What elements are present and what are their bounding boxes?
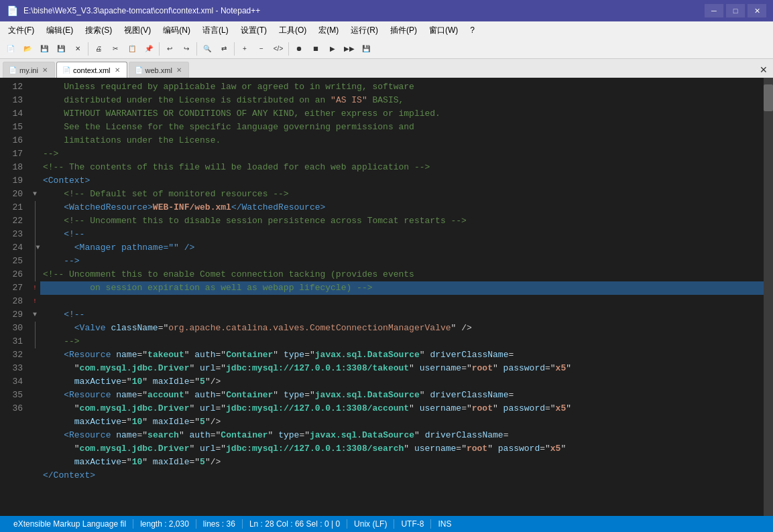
tb-new[interactable]: 📄	[3, 41, 19, 57]
menu-file[interactable]: 文件(F)	[3, 23, 40, 38]
scrollbar-thumb[interactable]	[764, 84, 773, 111]
line-num-29: 29	[0, 308, 23, 322]
tb-stop[interactable]: ⏹	[308, 41, 324, 57]
menu-settings[interactable]: 设置(T)	[235, 23, 272, 38]
tab-webxml[interactable]: 📄 web.xml ✕	[129, 62, 189, 78]
menu-edit[interactable]: 编辑(E)	[41, 23, 78, 38]
line-num-20: 20	[0, 188, 23, 201]
fold-29[interactable]: ▼	[29, 308, 40, 322]
menu-tools[interactable]: 工具(O)	[274, 23, 312, 38]
menu-encoding[interactable]: 编码(N)	[158, 23, 196, 38]
line-num-23: 23	[0, 228, 23, 241]
menu-macro[interactable]: 宏(M)	[313, 23, 344, 38]
menubar: 文件(F) 编辑(E) 搜索(S) 视图(V) 编码(N) 语言(L) 设置(T…	[0, 21, 773, 39]
line-num-21: 21	[0, 201, 23, 214]
fold-27[interactable]: !	[29, 281, 40, 295]
tb-close[interactable]: ✕	[70, 41, 86, 57]
tab-webxml-close[interactable]: ✕	[175, 66, 183, 74]
line-numbers: 12 13 14 15 16 17 18 19 20 21 22 23 24 2…	[0, 78, 29, 516]
line-num-12: 12	[0, 80, 23, 94]
line-num-16: 16	[0, 134, 23, 147]
tab-contextxml-icon: 📄	[62, 66, 70, 74]
menu-plugins[interactable]: 插件(P)	[385, 23, 422, 38]
line-num-27: 27	[0, 281, 23, 295]
status-encoding: UTF-8	[394, 519, 431, 529]
tb-playall[interactable]: ▶▶	[341, 41, 357, 57]
menu-search[interactable]: 搜索(S)	[80, 23, 117, 38]
menu-run[interactable]: 运行(R)	[345, 23, 383, 38]
fold-28[interactable]: !	[29, 295, 40, 308]
fold-20[interactable]: ▼	[29, 188, 40, 201]
line-num-36: 36	[0, 402, 23, 415]
fold-24[interactable]: ▼	[35, 241, 40, 255]
line-num-30: 30	[0, 322, 23, 335]
line-num-35: 35	[0, 389, 23, 402]
tab-contextxml-close[interactable]: ✕	[113, 66, 121, 74]
toolbar-sep-2	[159, 42, 160, 56]
window-title: E:\bishe\WeX5_V3.3\apache-tomcat\conf\co…	[23, 6, 705, 15]
code-editor[interactable]: Unless required by applicable law or agr…	[40, 78, 764, 516]
tab-contextxml-label: context.xml	[73, 66, 111, 74]
status-position: Ln : 28 Col : 66 Sel : 0 | 0	[243, 519, 347, 529]
tab-myini-label: my.ini	[19, 66, 38, 74]
tab-webxml-icon: 📄	[135, 66, 143, 74]
status-lines: lines : 36	[196, 519, 243, 529]
tab-bar: 📄 my.ini ✕ 📄 context.xml ✕ 📄 web.xml ✕ ✕	[0, 59, 773, 78]
menu-help[interactable]: ?	[465, 24, 480, 36]
tab-close-all[interactable]: ✕	[757, 62, 770, 78]
editor-area: 12 13 14 15 16 17 18 19 20 21 22 23 24 2…	[0, 78, 773, 516]
tb-redo[interactable]: ↪	[178, 41, 194, 57]
line-num-15: 15	[0, 121, 23, 134]
tab-myini[interactable]: 📄 my.ini ✕	[3, 62, 55, 78]
titlebar: 📄 E:\bishe\WeX5_V3.3\apache-tomcat\conf\…	[0, 0, 773, 21]
menu-window[interactable]: 窗口(W)	[424, 23, 463, 38]
line-num-31: 31	[0, 335, 23, 348]
tb-syntax[interactable]: </>	[270, 41, 286, 57]
vertical-scrollbar[interactable]	[764, 78, 773, 516]
line-num-28: 28	[0, 295, 23, 308]
tb-paste[interactable]: 📌	[141, 41, 157, 57]
line-num-32: 32	[0, 348, 23, 362]
tb-cut[interactable]: ✂	[107, 41, 123, 57]
status-line-ending: Unix (LF)	[347, 519, 394, 529]
line-num-14: 14	[0, 107, 23, 121]
close-button[interactable]: ✕	[748, 4, 766, 17]
toolbar: 📄 📂 💾 💾 ✕ 🖨 ✂ 📋 📌 ↩ ↪ 🔍 ⇄ + − </> ⏺ ⏹ ▶ …	[0, 39, 773, 59]
line-num-17: 17	[0, 147, 23, 161]
tb-replace[interactable]: ⇄	[216, 41, 232, 57]
tb-play[interactable]: ▶	[324, 41, 341, 57]
tb-record[interactable]: ⏺	[291, 41, 307, 57]
tab-contextxml[interactable]: 📄 context.xml ✕	[56, 62, 127, 78]
menu-language[interactable]: 语言(L)	[197, 23, 234, 38]
tb-copy[interactable]: 📋	[124, 41, 140, 57]
line-num-33: 33	[0, 362, 23, 375]
line-num-25: 25	[0, 255, 23, 268]
line-num-13: 13	[0, 94, 23, 107]
menu-view[interactable]: 视图(V)	[119, 23, 156, 38]
tb-save[interactable]: 💾	[36, 41, 52, 57]
app-icon: 📄	[7, 5, 18, 16]
tb-save-all[interactable]: 💾	[53, 41, 69, 57]
minimize-button[interactable]: ─	[705, 4, 723, 17]
toolbar-sep-3	[196, 42, 197, 56]
line-num-26: 26	[0, 268, 23, 281]
status-mode: INS	[431, 519, 458, 529]
tb-print[interactable]: 🖨	[91, 41, 107, 57]
fold-markers: ▼ ▼ ! ! ▼	[29, 78, 40, 516]
tb-zoom-in[interactable]: +	[237, 41, 253, 57]
tb-find[interactable]: 🔍	[199, 41, 215, 57]
tb-open[interactable]: 📂	[19, 41, 36, 57]
maximize-button[interactable]: □	[726, 4, 745, 17]
tb-undo[interactable]: ↩	[162, 41, 178, 57]
line-num-24: 24	[0, 241, 23, 255]
tab-myini-close[interactable]: ✕	[41, 66, 49, 74]
line-num-22: 22	[0, 214, 23, 228]
line-num-19: 19	[0, 174, 23, 188]
tb-zoom-out[interactable]: −	[253, 41, 270, 57]
tb-save-macro[interactable]: 💾	[358, 41, 374, 57]
statusbar: eXtensible Markup Language fil length : …	[0, 516, 773, 532]
window-controls: ─ □ ✕	[705, 4, 766, 17]
tab-myini-icon: 📄	[9, 66, 17, 74]
status-length: length : 2,030	[133, 519, 196, 529]
toolbar-sep-4	[234, 42, 235, 56]
